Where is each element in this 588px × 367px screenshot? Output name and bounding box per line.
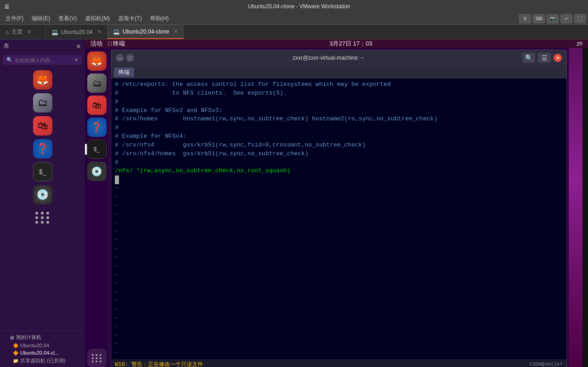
search-icon: 🔍 [6, 57, 13, 63]
vim-cursor [115, 175, 119, 184]
tab-bar: ⌂ 主页 ✕ 💻 Ubuntu20.04 ✕ 💻 Ubuntu20.04-clo… [0, 25, 588, 40]
tab-ubuntu-close[interactable]: ✕ [97, 29, 102, 35]
datetime-text: 3月27日 17：03 [329, 40, 372, 47]
vim-line-1: # /etc/exports: the access control list … [115, 80, 563, 89]
sidebar-apps: 🦊 🗂 🛍 ❓ $_ 💿 [0, 67, 85, 331]
terminal-title: zxxr@zxxr-virtual-machine: ~ [134, 55, 522, 61]
terminal-close-button[interactable]: ✕ [554, 54, 562, 62]
search-dropdown-icon[interactable]: ▼ [74, 57, 79, 62]
ubuntu-topbar: 活动 □ 终端 3月27日 17：03 zh [85, 40, 588, 48]
vim-tilde-5: ~ [115, 219, 563, 228]
sidebar-ubuntu-clone[interactable]: 🔶 Ubuntu20.04-cl... [0, 349, 85, 356]
vim-tilde-17: ~ [115, 323, 563, 332]
tab-ubuntu-clone[interactable]: 💻 Ubuntu20.04-clone ✕ [107, 25, 184, 39]
vim-tilde-2: ~ [115, 193, 563, 202]
activities-button[interactable]: 活动 [90, 40, 102, 48]
tab-ubuntu-clone-close[interactable]: ✕ [174, 28, 178, 34]
computer-icon: 🖥 [9, 335, 14, 340]
vim-tilde-11: ~ [115, 271, 563, 280]
toolbar: ⏸ ⌨ 📷 ↩ ⛶ [519, 14, 586, 23]
tab-home-label: 主页 [11, 28, 23, 36]
tab-ubuntu[interactable]: 💻 Ubuntu20.04 ✕ [46, 25, 107, 39]
tab-ubuntu-label: Ubuntu20.04 [61, 29, 93, 35]
menu-vm[interactable]: 虚拟机(M) [81, 14, 113, 23]
vim-tilde-9: ~ [115, 254, 563, 262]
sidebar-my-computer-label: 我的计算机 [16, 334, 41, 341]
vim-tilde-18: ~ [115, 331, 563, 340]
sidebar-ubuntu-clone-label: Ubuntu20.04-cl... [20, 350, 59, 356]
snap-button[interactable]: 📷 [547, 14, 559, 23]
files-icon[interactable]: 🗂 [33, 93, 52, 113]
vim-tilde-8: ~ [115, 245, 563, 254]
tab-ubuntu-clone-icon: 💻 [113, 28, 120, 35]
sidebar-search[interactable]: 🔍 ▼ [3, 55, 82, 65]
vim-editor[interactable]: # /etc/exports: the access control list … [111, 79, 566, 359]
sidebar-title: 库 [4, 42, 9, 50]
terminal-maximize-button[interactable]: □ [126, 54, 134, 62]
vim-line-8: # /srv/nfs4 gss/krb5i(rw,sync,fsid=0,cro… [115, 141, 563, 150]
tab-home-close[interactable]: ✕ [27, 29, 31, 35]
send-ctrl-alt-del-button[interactable]: ⌨ [533, 14, 545, 23]
sidebar-shared-vm[interactable]: 📁 共享虚拟机 (已弃用) [0, 356, 85, 365]
vim-status-text: W10: 警告：正在修改一个只读文件 [115, 361, 203, 367]
vim-watermark: CSDN@smile^ [529, 361, 563, 367]
fullscreen-button[interactable]: ⛶ [574, 14, 586, 23]
right-decoration [569, 48, 582, 367]
vim-tilde-14: ~ [115, 297, 563, 305]
dvd-icon[interactable]: 💿 [33, 185, 52, 204]
titlebar: 🖥 Ubuntu20.04-clone - VMware Workstation [0, 0, 588, 13]
vim-line-11: /nfs/ *(rw,async,no_subtree_check,no_roo… [115, 167, 563, 175]
menu-view[interactable]: 查看(V) [55, 14, 80, 23]
ubuntu-dock: 🦊 🗂 🛍 ❓ $_ 💿 [85, 48, 109, 367]
ubuntu-topbar-left: 活动 □ 终端 [90, 40, 125, 48]
terminal-menu-button[interactable]: ☰ [538, 53, 551, 63]
sidebar-close-button[interactable]: ✕ [76, 43, 81, 50]
terminal-menu[interactable]: □ 终端 [108, 40, 125, 48]
search-input[interactable] [15, 57, 72, 63]
dock-appstore[interactable]: 🛍 [87, 96, 107, 115]
scrollbar[interactable] [582, 48, 588, 367]
vim-tilde-16: ~ [115, 314, 563, 323]
menu-file[interactable]: 文件(F) [2, 14, 27, 23]
terminal-minimize-button[interactable]: — [116, 54, 124, 62]
dock-terminal[interactable]: $_ [87, 140, 107, 159]
dock-help[interactable]: ❓ [87, 118, 107, 137]
terminal-tab[interactable]: 终端 [114, 68, 134, 77]
sidebar-ubuntu[interactable]: 🔶 Ubuntu20.04 [0, 342, 85, 349]
tab-home[interactable]: ⌂ 主页 ✕ [0, 25, 46, 39]
dock-firefox[interactable]: 🦊 [87, 51, 107, 71]
vim-cursor-line [115, 175, 563, 184]
sidebar-my-computer[interactable]: 🖥 我的计算机 [0, 333, 85, 342]
terminal-search-button[interactable]: 🔍 [522, 53, 535, 63]
sidebar-ubuntu-label: Ubuntu20.04 [20, 343, 49, 348]
main-area: 库 ✕ 🔍 ▼ 🦊 🗂 🛍 ❓ $_ 💿 [0, 40, 588, 367]
vm-icon: 🔶 [13, 343, 18, 348]
vim-line-5: # /srv/homes hostname1(rw,sync,no_subtre… [115, 115, 563, 124]
terminal-window: — □ zxxr@zxxr-virtual-machine: ~ 🔍 ☰ ✕ 终… [111, 50, 567, 367]
lang-indicator: zh [577, 40, 582, 47]
dock-files[interactable]: 🗂 [87, 73, 107, 93]
datetime-display: 3月27日 17：03 [329, 40, 372, 48]
dock-app-grid[interactable] [87, 349, 107, 367]
vim-line-7: # Example for NFSv4: [115, 132, 563, 141]
vim-tilde-4: ~ [115, 210, 563, 219]
vim-tilde-7: ~ [115, 236, 563, 245]
sidebar-header: 库 ✕ [0, 40, 85, 53]
revert-button[interactable]: ↩ [560, 14, 572, 23]
menu-tabs[interactable]: 选项卡(T) [114, 14, 145, 23]
window-title: Ubuntu20.04-clone - VMware Workstation [14, 3, 584, 10]
menu-edit[interactable]: 编辑(E) [28, 14, 54, 23]
sidebar: 库 ✕ 🔍 ▼ 🦊 🗂 🛍 ❓ $_ 💿 [0, 40, 85, 367]
appstore-icon[interactable]: 🛍 [33, 116, 52, 136]
help-icon[interactable]: ❓ [33, 139, 52, 158]
vim-line-2: # to NFS clients. See exports(5). [115, 89, 563, 98]
app-grid-button[interactable] [33, 208, 52, 227]
pause-button[interactable]: ⏸ [519, 14, 531, 23]
vim-tilde-15: ~ [115, 305, 563, 314]
vim-line-3: # [115, 98, 563, 107]
dock-dvd[interactable]: 💿 [87, 162, 107, 181]
menu-help[interactable]: 帮助(H) [147, 14, 173, 23]
vim-tilde-12: ~ [115, 279, 563, 288]
firefox-icon[interactable]: 🦊 [33, 70, 52, 90]
terminal-app-icon[interactable]: $_ [33, 162, 52, 181]
